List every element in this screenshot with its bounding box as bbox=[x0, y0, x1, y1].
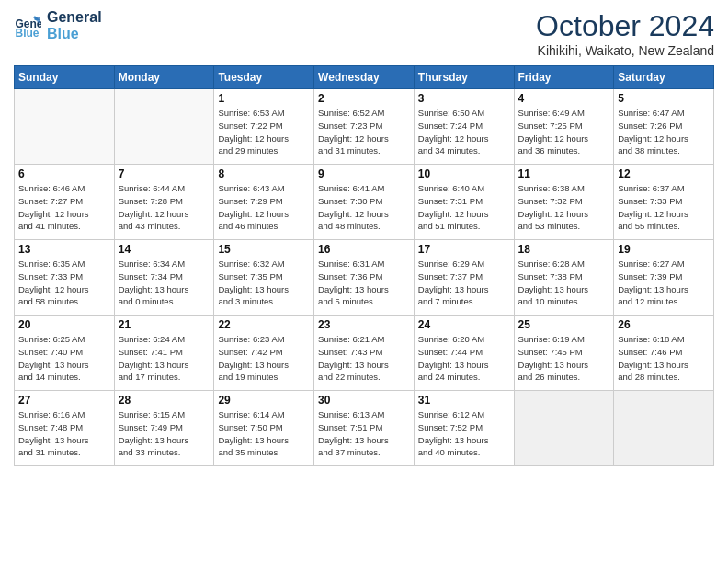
svg-text:Blue: Blue bbox=[16, 27, 40, 40]
day-info: Sunrise: 6:44 AM Sunset: 7:28 PM Dayligh… bbox=[119, 182, 210, 233]
day-number: 6 bbox=[18, 167, 110, 180]
day-cell bbox=[15, 89, 115, 165]
day-number: 30 bbox=[318, 394, 410, 407]
day-info: Sunrise: 6:24 AM Sunset: 7:41 PM Dayligh… bbox=[119, 333, 210, 384]
page-container: General Blue General Blue October 2024 K… bbox=[0, 0, 728, 476]
day-number: 14 bbox=[119, 243, 210, 256]
day-info: Sunrise: 6:23 AM Sunset: 7:42 PM Dayligh… bbox=[218, 333, 310, 384]
col-wednesday: Wednesday bbox=[314, 66, 415, 89]
day-info: Sunrise: 6:37 AM Sunset: 7:33 PM Dayligh… bbox=[618, 182, 710, 233]
day-number: 28 bbox=[119, 394, 210, 407]
day-number: 20 bbox=[18, 318, 110, 331]
day-cell: 8Sunrise: 6:43 AM Sunset: 7:29 PM Daylig… bbox=[214, 165, 314, 240]
day-cell: 7Sunrise: 6:44 AM Sunset: 7:28 PM Daylig… bbox=[114, 165, 214, 240]
day-cell bbox=[614, 391, 714, 466]
day-info: Sunrise: 6:47 AM Sunset: 7:26 PM Dayligh… bbox=[618, 107, 710, 157]
day-info: Sunrise: 6:32 AM Sunset: 7:35 PM Dayligh… bbox=[218, 258, 310, 308]
day-number: 29 bbox=[218, 394, 310, 407]
calendar-table: Sunday Monday Tuesday Wednesday Thursday… bbox=[14, 65, 714, 466]
day-cell: 5Sunrise: 6:47 AM Sunset: 7:26 PM Daylig… bbox=[614, 89, 714, 165]
day-number: 9 bbox=[318, 167, 410, 180]
week-row-1: 6Sunrise: 6:46 AM Sunset: 7:27 PM Daylig… bbox=[15, 165, 714, 240]
day-info: Sunrise: 6:52 AM Sunset: 7:23 PM Dayligh… bbox=[318, 107, 410, 157]
day-cell bbox=[514, 391, 614, 466]
week-row-4: 27Sunrise: 6:16 AM Sunset: 7:48 PM Dayli… bbox=[15, 391, 714, 466]
day-info: Sunrise: 6:12 AM Sunset: 7:52 PM Dayligh… bbox=[418, 408, 510, 459]
day-number: 25 bbox=[518, 318, 610, 331]
day-number: 11 bbox=[518, 167, 610, 180]
day-info: Sunrise: 6:28 AM Sunset: 7:38 PM Dayligh… bbox=[518, 258, 610, 308]
logo-text-general: General bbox=[47, 9, 102, 26]
day-cell: 28Sunrise: 6:15 AM Sunset: 7:49 PM Dayli… bbox=[114, 391, 214, 466]
day-cell: 22Sunrise: 6:23 AM Sunset: 7:42 PM Dayli… bbox=[214, 316, 314, 391]
day-number: 18 bbox=[518, 243, 610, 256]
day-cell: 3Sunrise: 6:50 AM Sunset: 7:24 PM Daylig… bbox=[414, 89, 514, 165]
week-row-3: 20Sunrise: 6:25 AM Sunset: 7:40 PM Dayli… bbox=[15, 316, 714, 391]
day-cell: 19Sunrise: 6:27 AM Sunset: 7:39 PM Dayli… bbox=[614, 240, 714, 316]
day-cell: 30Sunrise: 6:13 AM Sunset: 7:51 PM Dayli… bbox=[314, 391, 415, 466]
day-cell: 20Sunrise: 6:25 AM Sunset: 7:40 PM Dayli… bbox=[15, 316, 115, 391]
day-cell: 12Sunrise: 6:37 AM Sunset: 7:33 PM Dayli… bbox=[614, 165, 714, 240]
day-cell: 1Sunrise: 6:53 AM Sunset: 7:22 PM Daylig… bbox=[214, 89, 314, 165]
day-info: Sunrise: 6:25 AM Sunset: 7:40 PM Dayligh… bbox=[18, 333, 110, 384]
month-title: October 2024 bbox=[536, 9, 714, 43]
day-info: Sunrise: 6:35 AM Sunset: 7:33 PM Dayligh… bbox=[18, 258, 110, 308]
day-cell: 24Sunrise: 6:20 AM Sunset: 7:44 PM Dayli… bbox=[414, 316, 514, 391]
day-info: Sunrise: 6:50 AM Sunset: 7:24 PM Dayligh… bbox=[418, 107, 510, 157]
day-info: Sunrise: 6:18 AM Sunset: 7:46 PM Dayligh… bbox=[618, 333, 710, 384]
logo-text-blue: Blue bbox=[47, 26, 102, 42]
day-number: 4 bbox=[518, 92, 610, 105]
day-number: 5 bbox=[618, 92, 710, 105]
day-number: 2 bbox=[318, 92, 410, 105]
day-info: Sunrise: 6:14 AM Sunset: 7:50 PM Dayligh… bbox=[218, 408, 310, 459]
col-thursday: Thursday bbox=[414, 66, 514, 89]
day-cell: 9Sunrise: 6:41 AM Sunset: 7:30 PM Daylig… bbox=[314, 165, 415, 240]
day-number: 12 bbox=[618, 167, 710, 180]
day-cell: 10Sunrise: 6:40 AM Sunset: 7:31 PM Dayli… bbox=[414, 165, 514, 240]
week-row-0: 1Sunrise: 6:53 AM Sunset: 7:22 PM Daylig… bbox=[15, 89, 714, 165]
col-saturday: Saturday bbox=[614, 66, 714, 89]
day-info: Sunrise: 6:49 AM Sunset: 7:25 PM Dayligh… bbox=[518, 107, 610, 157]
day-info: Sunrise: 6:19 AM Sunset: 7:45 PM Dayligh… bbox=[518, 333, 610, 384]
day-number: 7 bbox=[119, 167, 210, 180]
day-info: Sunrise: 6:29 AM Sunset: 7:37 PM Dayligh… bbox=[418, 258, 510, 308]
day-info: Sunrise: 6:31 AM Sunset: 7:36 PM Dayligh… bbox=[318, 258, 410, 308]
day-number: 19 bbox=[618, 243, 710, 256]
title-block: October 2024 Kihikihi, Waikato, New Zeal… bbox=[536, 9, 714, 58]
day-cell: 26Sunrise: 6:18 AM Sunset: 7:46 PM Dayli… bbox=[614, 316, 714, 391]
day-cell: 21Sunrise: 6:24 AM Sunset: 7:41 PM Dayli… bbox=[114, 316, 214, 391]
day-info: Sunrise: 6:46 AM Sunset: 7:27 PM Dayligh… bbox=[18, 182, 110, 233]
day-info: Sunrise: 6:41 AM Sunset: 7:30 PM Dayligh… bbox=[318, 182, 410, 233]
day-info: Sunrise: 6:13 AM Sunset: 7:51 PM Dayligh… bbox=[318, 408, 410, 459]
day-number: 16 bbox=[318, 243, 410, 256]
day-cell: 11Sunrise: 6:38 AM Sunset: 7:32 PM Dayli… bbox=[514, 165, 614, 240]
day-info: Sunrise: 6:40 AM Sunset: 7:31 PM Dayligh… bbox=[418, 182, 510, 233]
day-number: 17 bbox=[418, 243, 510, 256]
day-cell: 31Sunrise: 6:12 AM Sunset: 7:52 PM Dayli… bbox=[414, 391, 514, 466]
day-number: 24 bbox=[418, 318, 510, 331]
day-cell: 29Sunrise: 6:14 AM Sunset: 7:50 PM Dayli… bbox=[214, 391, 314, 466]
header-row: Sunday Monday Tuesday Wednesday Thursday… bbox=[15, 66, 714, 89]
day-cell bbox=[114, 89, 214, 165]
day-number: 21 bbox=[119, 318, 210, 331]
day-cell: 17Sunrise: 6:29 AM Sunset: 7:37 PM Dayli… bbox=[414, 240, 514, 316]
day-cell: 23Sunrise: 6:21 AM Sunset: 7:43 PM Dayli… bbox=[314, 316, 415, 391]
day-info: Sunrise: 6:21 AM Sunset: 7:43 PM Dayligh… bbox=[318, 333, 410, 384]
day-number: 1 bbox=[218, 92, 310, 105]
day-cell: 4Sunrise: 6:49 AM Sunset: 7:25 PM Daylig… bbox=[514, 89, 614, 165]
day-cell: 25Sunrise: 6:19 AM Sunset: 7:45 PM Dayli… bbox=[514, 316, 614, 391]
week-row-2: 13Sunrise: 6:35 AM Sunset: 7:33 PM Dayli… bbox=[15, 240, 714, 316]
day-cell: 18Sunrise: 6:28 AM Sunset: 7:38 PM Dayli… bbox=[514, 240, 614, 316]
day-cell: 6Sunrise: 6:46 AM Sunset: 7:27 PM Daylig… bbox=[15, 165, 115, 240]
day-info: Sunrise: 6:43 AM Sunset: 7:29 PM Dayligh… bbox=[218, 182, 310, 233]
col-sunday: Sunday bbox=[15, 66, 115, 89]
day-cell: 2Sunrise: 6:52 AM Sunset: 7:23 PM Daylig… bbox=[314, 89, 415, 165]
day-number: 27 bbox=[18, 394, 110, 407]
day-info: Sunrise: 6:53 AM Sunset: 7:22 PM Dayligh… bbox=[218, 107, 310, 157]
day-info: Sunrise: 6:20 AM Sunset: 7:44 PM Dayligh… bbox=[418, 333, 510, 384]
day-cell: 14Sunrise: 6:34 AM Sunset: 7:34 PM Dayli… bbox=[114, 240, 214, 316]
location: Kihikihi, Waikato, New Zealand bbox=[536, 43, 714, 58]
day-cell: 27Sunrise: 6:16 AM Sunset: 7:48 PM Dayli… bbox=[15, 391, 115, 466]
day-number: 15 bbox=[218, 243, 310, 256]
day-cell: 15Sunrise: 6:32 AM Sunset: 7:35 PM Dayli… bbox=[214, 240, 314, 316]
